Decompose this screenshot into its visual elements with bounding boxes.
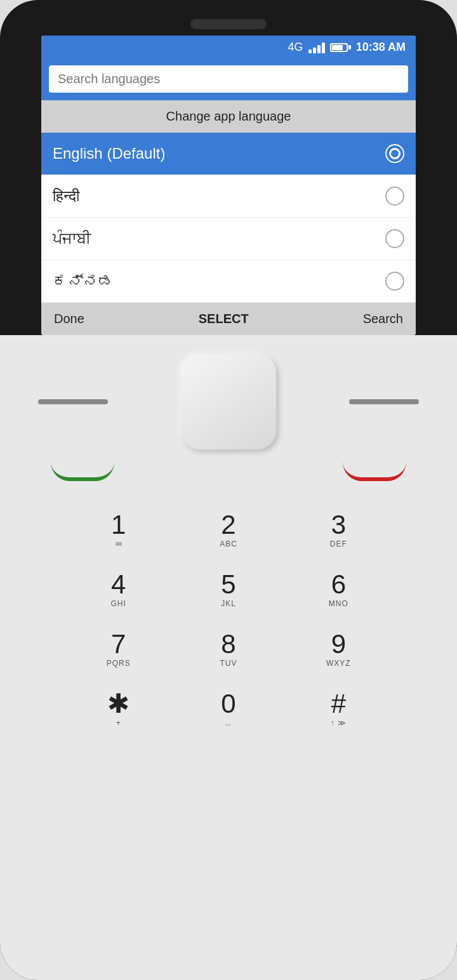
language-label-english: English (Default) (53, 145, 165, 162)
search-input[interactable] (49, 65, 408, 93)
battery-icon (330, 43, 351, 52)
key-2[interactable]: 2 ABC (173, 500, 283, 560)
radio-hindi (385, 187, 404, 206)
bottom-action-bar: Done SELECT Search (41, 303, 416, 335)
search-bar-wrapper (41, 59, 416, 100)
radio-kannada (385, 272, 404, 291)
done-button[interactable]: Done (54, 312, 84, 326)
status-bar: 4G 10:38 AM (41, 36, 416, 59)
select-button[interactable]: SELECT (199, 312, 249, 326)
end-call-button[interactable] (343, 462, 406, 481)
call-button[interactable] (51, 462, 114, 481)
key-8[interactable]: 8 TUV (173, 619, 283, 679)
key-0[interactable]: 0 ⎵ (173, 679, 283, 739)
key-9[interactable]: 9 WXYZ (284, 619, 394, 679)
nav-center-button[interactable] (181, 354, 276, 449)
language-item-english[interactable]: English (Default) (41, 133, 416, 175)
clock-display: 10:38 AM (356, 41, 406, 54)
key-1[interactable]: 1 ∞ (63, 500, 173, 560)
key-7[interactable]: 7 PQRS (63, 619, 173, 679)
key-star[interactable]: ✱ + (63, 679, 173, 739)
language-label-hindi: हिन्दी (53, 187, 79, 205)
speaker-slot (190, 19, 267, 29)
language-item-kannada[interactable]: ಕನ್ನಡ (41, 260, 416, 303)
radio-english (385, 144, 404, 163)
left-soft-key-bar (38, 399, 108, 404)
language-item-punjabi[interactable]: ਪੰਜਾਬੀ (41, 218, 416, 260)
screen: 4G 10:38 AM Change app language (41, 36, 416, 335)
phone-device: 4G 10:38 AM Change app language (0, 0, 457, 980)
signal-bars-icon (308, 42, 325, 53)
key-4[interactable]: 4 GHI (63, 560, 173, 619)
call-keys-row (0, 456, 457, 500)
key-hash[interactable]: # ↑ ≫ (284, 679, 394, 739)
right-soft-key-bar (349, 399, 419, 404)
numpad: 1 ∞ 2 ABC 3 DEF 4 GHI 5 JKL 6 MNO (63, 500, 394, 739)
soft-key-row (0, 335, 457, 456)
language-item-hindi[interactable]: हिन्दी (41, 175, 416, 218)
key-6[interactable]: 6 MNO (284, 560, 394, 619)
keypad-area: 1 ∞ 2 ABC 3 DEF 4 GHI 5 JKL 6 MNO (0, 335, 457, 980)
key-3[interactable]: 3 DEF (284, 500, 394, 560)
phone-top-bar (0, 19, 457, 36)
search-button[interactable]: Search (363, 312, 403, 326)
radio-punjabi (385, 229, 404, 248)
key-5[interactable]: 5 JKL (173, 560, 283, 619)
language-label-kannada: ಕನ್ನಡ (53, 272, 114, 290)
network-indicator: 4G (288, 41, 303, 54)
language-list: English (Default) हिन्दी ਪੰਜਾਬੀ ಕನ್ನಡ (41, 133, 416, 303)
change-app-language-button[interactable]: Change app language (41, 100, 416, 133)
language-label-punjabi: ਪੰਜਾਬੀ (53, 230, 91, 248)
